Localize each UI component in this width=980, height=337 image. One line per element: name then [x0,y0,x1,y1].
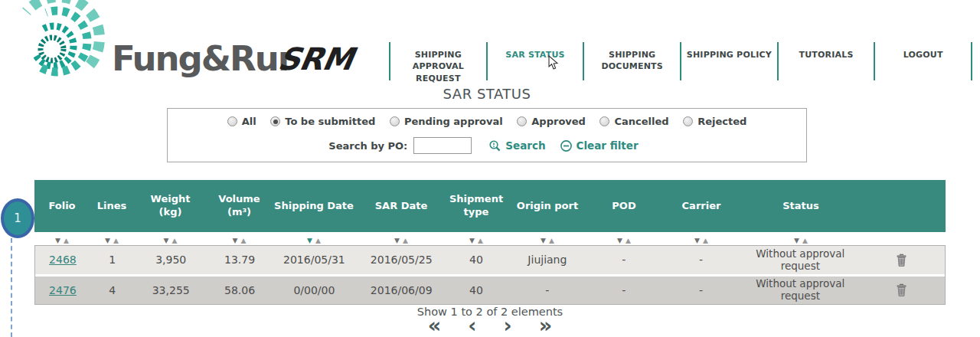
radio-button-icon[interactable] [390,116,400,126]
sort-asc-icon[interactable] [549,237,554,244]
sort-asc-icon[interactable] [241,237,247,244]
sort-asc-icon[interactable] [703,237,708,244]
sort-asc-icon[interactable] [626,237,631,244]
cell-lines: 4 [90,284,135,296]
sort-weight [134,231,207,246]
cell-actions [858,283,945,297]
sort-desc-icon[interactable] [394,237,400,244]
radio-option-approved[interactable]: Approved [517,116,586,127]
column-label: Shipping Date [274,200,354,213]
sort-asc-icon[interactable] [315,237,321,244]
sort-desc-icon[interactable] [233,237,238,244]
column-label-unit: type [464,206,489,219]
radio-label: Rejected [697,116,746,127]
pagination-next-icon[interactable]: › [504,315,512,335]
column-header-status: Status [743,200,858,213]
pagination-last-icon[interactable]: » [539,315,552,335]
sort-controls-row [34,232,946,245]
column-label: Carrier [682,200,721,213]
cell-carrier: - [659,284,743,296]
radio-button-icon[interactable] [227,116,237,126]
radio-option-pending-approval[interactable]: Pending approval [390,116,503,127]
sort-folio [34,231,90,246]
delete-button[interactable] [896,254,907,267]
search-button[interactable]: Search [488,139,545,152]
column-label: Shipment [449,193,503,206]
column-header-pod: POD [589,200,659,213]
mouse-cursor-icon [548,55,560,70]
nav-item-shipping-policy[interactable]: SHIPPING POLICY [680,42,777,80]
sort-pod [589,231,659,246]
radio-button-icon[interactable] [517,116,527,126]
radio-label: Approved [531,116,586,127]
sort-asc-icon[interactable] [172,237,178,244]
sort-asc-icon[interactable] [403,237,408,244]
sort-desc-icon[interactable] [164,237,169,244]
sort-lines [90,231,134,246]
cell-sar-date: 2016/05/25 [356,254,446,266]
column-label: SAR Date [375,200,428,213]
delete-button[interactable] [896,283,907,297]
sort-desc-icon[interactable] [617,237,622,244]
pagination-first-icon[interactable]: « [428,315,441,335]
table-header: Folio Lines Weight(kg) Volume(m³) Shippi… [34,180,946,232]
cell-lines: 1 [90,254,135,266]
column-label: Origin port [517,200,578,213]
clear-filter-button[interactable]: Clear filter [560,139,639,152]
cell-pod: - [589,284,659,296]
cell-weight: 3,950 [135,254,207,266]
sort-carrier [659,231,743,246]
folio-link[interactable]: 2476 [49,284,77,296]
nav-item-logout[interactable]: LOGOUT [874,42,972,80]
radio-button-icon[interactable] [683,116,693,126]
sort-desc-icon[interactable] [55,237,60,244]
column-header-origin-port: Origin port [506,200,589,213]
column-header-shipping-date: Shipping Date [272,200,356,213]
search-by-po-label: Search by PO: [328,140,407,152]
sort-desc-icon[interactable] [105,237,110,244]
sort-asc-icon[interactable] [478,237,483,244]
brand-product-name: SRM [276,41,356,77]
nav-item-shipping-documents[interactable]: SHIPPING DOCUMENTS [583,42,680,80]
sort-desc-icon[interactable] [794,237,799,244]
radio-option-to-be-submitted[interactable]: To be submitted [270,116,375,127]
sort-asc-icon[interactable] [64,237,69,244]
pagination-prev-icon[interactable]: ‹ [468,315,476,335]
radio-label: Pending approval [404,116,503,127]
cell-status: Without approval request [743,278,858,302]
radio-option-cancelled[interactable]: Cancelled [599,116,668,127]
radio-label: Cancelled [614,116,668,127]
column-header-volume: Volume(m³) [207,193,272,219]
cell-volume: 58.06 [207,284,273,296]
cell-shipment-type: 40 [446,254,506,266]
sort-sar-date [356,231,446,246]
cell-folio: 2468 [35,254,90,266]
cell-carrier: - [659,254,743,266]
sort-desc-icon[interactable] [694,237,700,244]
nav-item-sar-status[interactable]: SAR STATUS [486,42,583,80]
annotation-connector-line [11,238,12,337]
search-po-input[interactable] [413,137,472,154]
sort-status [743,231,858,246]
nav-item-tutorials[interactable]: TUTORIALS [777,42,874,80]
column-header-lines: Lines [90,200,134,213]
radio-option-rejected[interactable]: Rejected [683,116,746,127]
sort-desc-active-icon[interactable] [307,237,312,244]
sort-origin-port [506,231,589,246]
folio-link[interactable]: 2468 [49,254,77,266]
sort-asc-icon[interactable] [802,237,808,244]
column-header-shipment-type: Shipmenttype [446,193,506,219]
sort-desc-icon[interactable] [541,237,546,244]
trash-icon [896,254,907,267]
radio-option-all[interactable]: All [227,116,256,127]
table-row: 2468 1 3,950 13.79 2016/05/31 2016/05/25… [35,246,945,274]
radio-button-checked-icon[interactable] [270,116,280,126]
radio-button-icon[interactable] [599,116,609,126]
column-label: Folio [48,200,75,213]
nav-item-shipping-approval-request[interactable]: SHIPPING APPROVAL REQUEST [389,42,486,80]
sort-asc-icon[interactable] [113,237,119,244]
cell-shipment-type: 40 [446,284,506,296]
sort-desc-icon[interactable] [469,237,475,244]
cell-status: Without approval request [743,248,858,272]
column-label-unit: (kg) [159,206,182,219]
